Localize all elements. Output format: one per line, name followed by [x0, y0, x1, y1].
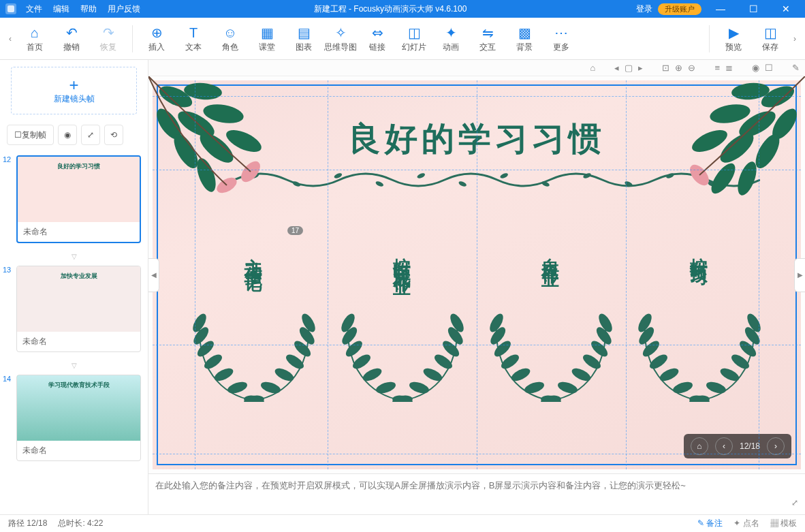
element-badge: 17 — [287, 226, 303, 235]
tool-zoomin-icon[interactable]: ⊕ — [675, 63, 682, 73]
laurel-item[interactable]: 主动作笔记 — [186, 238, 322, 402]
decor-leaves-tr — [662, 76, 805, 213]
插入-icon: ⊕ — [151, 24, 163, 42]
恢复-icon: ↷ — [103, 24, 114, 42]
close-button[interactable]: ✕ — [772, 3, 800, 14]
ribbon-scroll-right[interactable]: › — [789, 20, 801, 58]
svg-point-89 — [706, 381, 726, 394]
camera-button[interactable]: ◉ — [58, 125, 77, 145]
slide-thumb-13[interactable]: 13 加快专业发展 未命名 — [7, 266, 141, 352]
图表-icon: ▤ — [298, 24, 311, 42]
tool-copy-icon[interactable]: ☐ — [765, 63, 773, 73]
stage-canvas[interactable]: 良好的学习习惯 17 主动作笔记 按时完成作业 自查作业 按时预习 — [153, 80, 801, 469]
ribbon-角色-button[interactable]: ☺角色 — [212, 20, 249, 58]
思维导图-icon: ✧ — [335, 24, 347, 42]
maximize-button[interactable]: ☐ — [740, 3, 767, 14]
ribbon-插入-button[interactable]: ⊕插入 — [138, 20, 175, 58]
ribbon-文本-button[interactable]: T文本 — [175, 20, 212, 58]
svg-point-63 — [392, 395, 413, 402]
laurel-item[interactable]: 按时预习 — [631, 238, 768, 402]
ribbon-预览-button[interactable]: ▶预览 — [715, 20, 752, 58]
svg-point-73 — [571, 366, 591, 382]
幻灯片-icon: ◫ — [408, 24, 421, 42]
ribbon-首页-button[interactable]: ⌂首页 — [16, 20, 53, 58]
ribbon-动画-button[interactable]: ✦动画 — [432, 20, 469, 58]
laurel-item[interactable]: 自查作业 — [483, 238, 619, 402]
loop-button[interactable]: ⟲ — [104, 125, 123, 145]
ribbon-交互-button[interactable]: ⇋交互 — [469, 20, 506, 58]
ribbon-sep — [132, 25, 133, 52]
svg-point-56 — [351, 353, 372, 371]
slide-thumb-14[interactable]: 14 学习现代教育技术手段 未命名 — [7, 375, 141, 461]
tool-frame-icon[interactable]: ▢ — [625, 63, 633, 73]
notes-input[interactable] — [155, 480, 798, 509]
collapse-sidebar-button[interactable]: ◀ — [148, 258, 159, 292]
tool-alignc-icon[interactable]: ≣ — [725, 63, 733, 73]
menu-help[interactable]: 帮助 — [76, 1, 101, 17]
status-speaker-button[interactable]: ✦ 点名 — [733, 518, 759, 529]
svg-rect-1 — [7, 5, 14, 12]
预览-icon: ▶ — [729, 24, 739, 42]
ribbon-背景-button[interactable]: ▩背景 — [506, 20, 543, 58]
tool-camera-icon[interactable]: ◉ — [752, 63, 759, 73]
main-menu: 文件 编辑 帮助 用户反馈 — [22, 1, 144, 17]
ribbon-幻灯片-button[interactable]: ◫幻灯片 — [396, 20, 432, 58]
minimize-button[interactable]: — — [707, 3, 734, 14]
slide-thumb-12[interactable]: 12 良好的学习习惯 未命名 — [7, 155, 141, 243]
ribbon-更多-button[interactable]: ⋯更多 — [543, 20, 580, 58]
slides-sidebar: + 新建镜头帧 ☐ 复制帧 ◉ ⤢ ⟲ 12 良好的学习习惯 未命名 ▽ 13 … — [0, 60, 148, 514]
svg-point-43 — [285, 353, 305, 371]
svg-point-46 — [227, 381, 247, 394]
svg-point-28 — [416, 172, 426, 180]
svg-point-77 — [541, 395, 561, 402]
动画-icon: ✦ — [445, 24, 457, 42]
ribbon-图表-button[interactable]: ▤图表 — [285, 20, 322, 58]
tool-next-icon[interactable]: ▸ — [638, 63, 643, 73]
ribbon-恢复-button[interactable]: ↷恢复 — [90, 20, 127, 58]
menu-file[interactable]: 文件 — [22, 1, 46, 17]
svg-point-60 — [375, 381, 396, 394]
首页-icon: ⌂ — [31, 24, 39, 42]
ribbon-课堂-button[interactable]: ▦课堂 — [249, 20, 285, 58]
tool-prev-icon[interactable]: ◂ — [614, 63, 619, 73]
collapse-panel-button[interactable]: ▶ — [794, 258, 805, 292]
expand-notes-icon[interactable]: ⤢ — [791, 498, 798, 507]
slide-thumbnails: 12 良好的学习习惯 未命名 ▽ 13 加快专业发展 未命名 ▽ 14 学习现代… — [0, 155, 148, 514]
canvas-area: ⌂ ◂ ▢ ▸ ⊡ ⊕ ⊖ ≡ ≣ ◉ ☐ ✎ ◀ ▶ — [148, 60, 805, 514]
tool-zoomout-icon[interactable]: ⊖ — [688, 63, 695, 73]
链接-icon: ⇔ — [372, 24, 383, 42]
slide-nav-pill: ⌂ ‹ 12/18 › — [684, 434, 791, 458]
svg-point-45 — [274, 366, 294, 382]
nav-prev-icon[interactable]: ‹ — [715, 437, 733, 455]
aspect-button[interactable]: ⤢ — [81, 125, 100, 145]
copy-frame-button[interactable]: ☐ 复制帧 — [7, 125, 54, 145]
svg-point-87 — [719, 366, 740, 382]
tool-alignl-icon[interactable]: ≡ — [714, 63, 720, 73]
status-template-button[interactable]: ▦ 模板 — [770, 518, 797, 529]
ribbon-scroll-left[interactable]: ‹ — [4, 20, 16, 58]
notes-panel: ⤢ — [148, 473, 805, 514]
ribbon-撤销-button[interactable]: ↶撤销 — [53, 20, 90, 58]
tool-home-icon[interactable]: ⌂ — [590, 63, 596, 73]
svg-point-88 — [672, 381, 693, 394]
upgrade-button[interactable]: 升级账户 — [658, 3, 701, 15]
svg-point-85 — [730, 353, 751, 371]
nav-next-icon[interactable]: › — [767, 437, 785, 455]
menu-feedback[interactable]: 用户反馈 — [104, 1, 144, 17]
文本-icon: T — [189, 24, 198, 42]
tool-edit-icon[interactable]: ✎ — [792, 63, 800, 73]
nav-home-icon[interactable]: ⌂ — [691, 437, 708, 455]
login-link[interactable]: 登录 — [636, 3, 652, 15]
tool-zoomfit-icon[interactable]: ⊡ — [662, 63, 669, 73]
ribbon-思维导图-button[interactable]: ✧思维导图 — [322, 20, 359, 58]
menu-edit[interactable]: 编辑 — [49, 1, 74, 17]
svg-point-91 — [689, 395, 710, 402]
app-icon — [5, 3, 16, 14]
status-remark-button[interactable]: ✎ 备注 — [697, 518, 723, 529]
new-frame-button[interactable]: + 新建镜头帧 — [11, 67, 137, 114]
laurel-item[interactable]: 按时完成作业 — [334, 238, 471, 402]
交互-icon: ⇋ — [482, 24, 494, 42]
ribbon-保存-button[interactable]: ◫保存 — [752, 20, 789, 58]
ribbon-链接-button[interactable]: ⇔链接 — [359, 20, 396, 58]
new-frame-label: 新建镜头帧 — [54, 93, 95, 105]
